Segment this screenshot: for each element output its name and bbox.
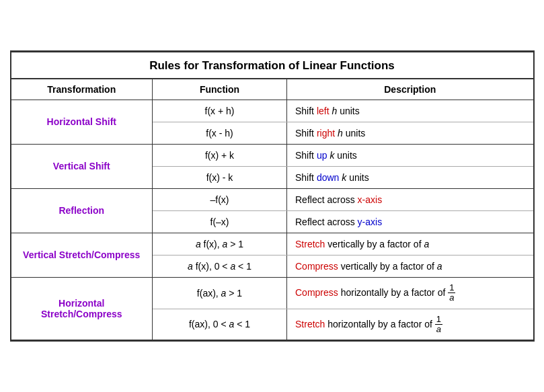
description-cell: Stretch vertically by a factor of a: [287, 233, 533, 255]
function-cell: a f(x), a > 1: [153, 233, 287, 255]
variable-a: a: [437, 261, 442, 272]
unit-text: h: [332, 106, 337, 116]
variable-a: a: [424, 239, 429, 249]
unit-text: k: [342, 172, 346, 183]
table-row: Vertical Shift f(x) + k Shift up k units: [11, 144, 533, 166]
table-title: Rules for Transformation of Linear Funct…: [11, 52, 533, 79]
function-cell: –f(x): [153, 188, 287, 210]
transformation-table: Rules for Transformation of Linear Funct…: [10, 50, 535, 342]
table-row: Horizontal Shift f(x + h) Shift left h u…: [11, 100, 533, 122]
function-cell: f(x) - k: [153, 166, 287, 188]
transform-label-horizontal-stretch: Horizontal Stretch/Compress: [11, 277, 153, 340]
keyword-yaxis: y-axis: [358, 217, 383, 227]
keyword-stretch: Stretch: [295, 318, 325, 329]
keyword-down: down: [317, 172, 339, 183]
transform-label-reflection: Reflection: [11, 188, 153, 233]
fraction-numerator: 1: [448, 283, 455, 293]
description-cell: Reflect across y-axis: [287, 210, 533, 233]
description-cell: Stretch horizontally by a factor of 1 a: [287, 309, 533, 340]
function-cell: f(ax), 0 < a < 1: [153, 309, 287, 340]
description-cell: Shift down k units: [287, 166, 533, 188]
description-cell: Compress vertically by a factor of a: [287, 255, 533, 277]
description-cell: Shift right h units: [287, 122, 533, 144]
transform-label-vertical-stretch: Vertical Stretch/Compress: [11, 233, 153, 277]
keyword-stretch: Stretch: [295, 239, 325, 249]
keyword-compress: Compress: [295, 286, 338, 297]
fraction-denominator: a: [435, 325, 442, 334]
table-row: Vertical Stretch/Compress a f(x), a > 1 …: [11, 233, 533, 255]
function-cell: f(ax), a > 1: [153, 277, 287, 309]
keyword-up: up: [317, 150, 327, 161]
function-cell: a f(x), 0 < a < 1: [153, 255, 287, 277]
table-row: Horizontal Stretch/Compress f(ax), a > 1…: [11, 277, 533, 309]
keyword-xaxis: x-axis: [358, 194, 383, 205]
keyword-compress: Compress: [295, 261, 338, 272]
description-cell: Shift up k units: [287, 144, 533, 166]
col-header-description: Description: [287, 79, 533, 100]
header-row: Transformation Function Description: [11, 79, 533, 100]
col-header-transformation: Transformation: [11, 79, 153, 100]
description-cell: Compress horizontally by a factor of 1 a: [287, 277, 533, 309]
fraction-1-a: 1 a: [435, 315, 442, 335]
function-cell: f(x + h): [153, 100, 287, 122]
transform-label-horizontal-shift: Horizontal Shift: [11, 100, 153, 144]
col-header-function: Function: [153, 79, 287, 100]
table-row: Reflection –f(x) Reflect across x-axis: [11, 188, 533, 210]
description-cell: Shift left h units: [287, 100, 533, 122]
unit-text: h: [338, 128, 343, 139]
fraction-denominator: a: [448, 293, 455, 303]
function-cell: f(x - h): [153, 122, 287, 144]
keyword-left: left: [317, 106, 329, 116]
fraction-numerator: 1: [435, 315, 442, 325]
function-cell: f(–x): [153, 210, 287, 233]
unit-text: k: [329, 150, 334, 161]
transform-label-vertical-shift: Vertical Shift: [11, 144, 153, 188]
description-cell: Reflect across x-axis: [287, 188, 533, 210]
fraction-1-a: 1 a: [448, 283, 455, 303]
title-row: Rules for Transformation of Linear Funct…: [11, 52, 533, 79]
keyword-right: right: [317, 128, 335, 139]
function-cell: f(x) + k: [153, 144, 287, 166]
